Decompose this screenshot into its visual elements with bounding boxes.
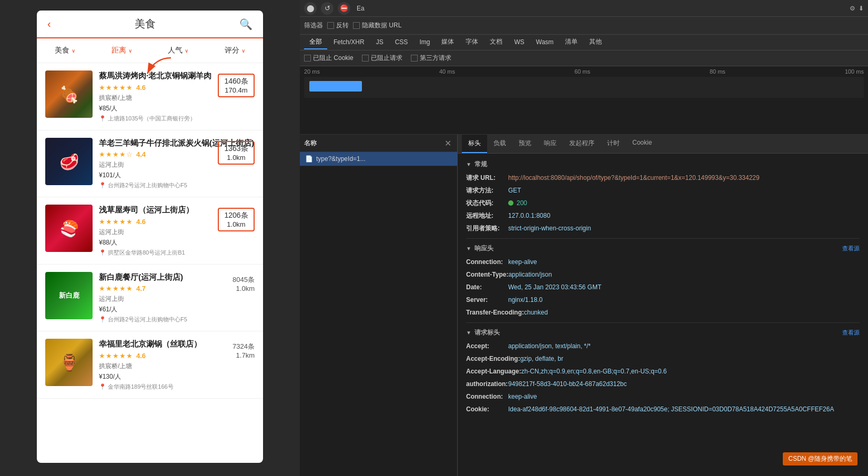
request-header-title-row: 请求标头 查看源 [466, 328, 860, 337]
network-type-tabs: 全部 Fetch/XHR JS CSS Img 媒体 字体 文档 WS Wasm… [300, 35, 868, 50]
filter-distance[interactable]: 距离 ∨ [94, 43, 150, 58]
requests-header: 名称 ✕ [300, 135, 457, 152]
address-5: 📍 金华南路189号丝联166号 [99, 383, 255, 391]
download-icon[interactable]: ⬇ [859, 5, 864, 12]
tab-doc[interactable]: 文档 [485, 35, 508, 49]
stats-count-3: 1206条 [223, 211, 249, 220]
stats-dist-3: 1.0km [223, 220, 249, 228]
detail-tab-response[interactable]: 响应 [538, 135, 563, 153]
request-row-selected[interactable]: 📄 type?&typeId=1... [300, 152, 457, 166]
stats-dist-5: 1.7km [233, 351, 255, 359]
tab-js[interactable]: JS [371, 36, 389, 49]
stars-5: ★★★★★ [99, 352, 133, 360]
restaurant-list: 蔡馬洪涛烤肉·老北京铜锅涮羊肉 ★★★★★ 4.6 拱宸桥/上塘 ¥85/人 📍… [37, 63, 263, 399]
resp-connection-key: Connection: [466, 257, 508, 267]
divider-1 [466, 238, 860, 239]
devtools-main: 名称 ✕ 📄 type?&typeId=1... [300, 135, 868, 476]
settings-icon[interactable]: ⚙ [850, 5, 855, 12]
response-headers-title: 响应头 [466, 244, 493, 253]
remote-row: 远程地址: 127.0.0.1:8080 [466, 211, 860, 220]
tab-css[interactable]: CSS [390, 36, 413, 49]
req-auth-key: authorization: [466, 379, 508, 389]
detail-tab-headers[interactable]: 标头 [462, 135, 487, 153]
filter-section: 筛选器 反转 隐藏数据 URL [300, 17, 868, 35]
block-request-label: 已阻止请求 [371, 54, 402, 63]
hide-data-url-cb[interactable] [353, 22, 360, 29]
detail-tab-initiator[interactable]: 发起程序 [563, 135, 601, 153]
filter-rating[interactable]: 评分 ∨ [207, 43, 264, 58]
detail-tab-timing[interactable]: 计时 [601, 135, 626, 153]
detail-tab-preview[interactable]: 预览 [512, 135, 538, 153]
resp-connection-row: Connection: keep-alive [466, 257, 860, 267]
list-item[interactable]: 幸福里老北京涮锅（丝联店） ★★★★★ 4.6 拱宸桥/上塘 ¥130/人 📍 … [37, 331, 263, 399]
tab-manifest[interactable]: 清单 [560, 35, 583, 49]
filter-food-label: 美食 [55, 46, 69, 55]
third-party-label: 第三方请求 [420, 54, 451, 63]
restaurant-image-3 [45, 205, 93, 252]
hide-data-url-checkbox[interactable]: 隐藏数据 URL [353, 21, 401, 30]
back-icon[interactable]: ‹ [47, 18, 51, 30]
general-section-title: 常规 [466, 160, 860, 169]
price-5: ¥130/人 [99, 372, 255, 381]
divider-2 [466, 322, 860, 323]
tab-fetch-xhr[interactable]: Fetch/XHR [328, 36, 370, 49]
invert-cb[interactable] [327, 22, 334, 29]
requests-panel: 名称 ✕ 📄 type?&typeId=1... [300, 135, 458, 476]
resp-date-value: Wed, 25 Jan 2023 03:43:56 GMT [508, 282, 601, 292]
tab-all[interactable]: 全部 [304, 35, 327, 49]
resp-date-row: Date: Wed, 25 Jan 2023 03:43:56 GMT [466, 282, 860, 292]
tab-img[interactable]: Img [414, 36, 435, 49]
filter-distance-label: 距离 [112, 46, 126, 55]
req-auth-row: authorization: 9498217f-58d3-4010-bb24-6… [466, 379, 860, 389]
devtools-top-label: Ea [357, 5, 365, 12]
tab-wasm[interactable]: Wasm [531, 36, 559, 49]
filter-bar: 美食 ∨ 距离 ∨ 人气 ∨ 评分 ∨ [37, 38, 263, 63]
close-button[interactable]: ✕ [442, 138, 453, 148]
devtools-circle-btn-2[interactable]: ↺ [321, 2, 334, 15]
devtools-circle-btn-3[interactable]: ⛔ [338, 2, 350, 15]
detail-tab-payload[interactable]: 负载 [487, 135, 512, 153]
block-cookie-checkbox[interactable]: 已阻止 Cookie [304, 54, 354, 63]
block-request-cb[interactable] [362, 55, 369, 62]
request-name: type?&typeId=1... [316, 155, 452, 163]
stats-plain-5: 7324条 1.7km [233, 342, 255, 359]
tab-font[interactable]: 字体 [460, 35, 483, 49]
referrer-key: 引用者策略: [466, 224, 508, 233]
list-item[interactable]: 新白鹿餐厅(运河上街店) ★★★★★ 4.7 运河上街 ¥61/人 📍 台州路2… [37, 265, 263, 332]
method-value: GET [508, 186, 521, 195]
search-icon[interactable]: 🔍 [239, 18, 253, 31]
mobile-app: ‹ 美食 🔍 美食 ∨ 距离 ∨ 人气 ∨ 评分 [37, 11, 263, 463]
status-key: 状态代码: [466, 198, 508, 208]
stars-2: ★★★★☆ [99, 150, 133, 158]
resp-content-type-row: Content-Type: application/json [466, 270, 860, 279]
address-1: 📍 上塘路1035号（中国工商银行旁） [99, 115, 255, 123]
invert-checkbox[interactable]: 反转 [327, 21, 349, 30]
tab-ws[interactable]: WS [509, 36, 529, 49]
filter-food[interactable]: 美食 ∨ [37, 43, 94, 58]
rating-num-3: 4.6 [136, 218, 146, 226]
third-party-checkbox[interactable]: 第三方请求 [411, 54, 451, 63]
list-item[interactable]: 浅草屋寿司（运河上街店） ★★★★★ 4.6 运河上街 ¥88/人 📍 拱墅区金… [37, 197, 263, 265]
detail-tab-cookie[interactable]: Cookie [626, 135, 658, 153]
rating-row-5: ★★★★★ 4.6 [99, 352, 255, 360]
tab-media[interactable]: 媒体 [436, 35, 459, 49]
view-source-request[interactable]: 查看源 [842, 329, 860, 337]
location-icon-4: 📍 [99, 316, 106, 323]
invert-label: 反转 [336, 21, 349, 30]
location-icon-1: 📍 [99, 115, 106, 122]
tab-other[interactable]: 其他 [584, 35, 607, 49]
block-request-checkbox[interactable]: 已阻止请求 [362, 54, 402, 63]
request-headers-title: 请求标头 [466, 328, 500, 337]
block-cookie-cb[interactable] [304, 55, 311, 62]
list-item[interactable]: 蔡馬洪涛烤肉·老北京铜锅涮羊肉 ★★★★★ 4.6 拱宸桥/上塘 ¥85/人 📍… [37, 63, 263, 130]
rating-num-2: 4.4 [136, 150, 146, 158]
timeline-40ms: 40 ms [439, 68, 455, 75]
view-source-response[interactable]: 查看源 [842, 245, 860, 252]
devtools-circle-btn-1[interactable]: ⬤ [304, 2, 317, 15]
filter-popularity[interactable]: 人气 ∨ [150, 43, 207, 58]
list-item[interactable]: 羊老三羊蝎子牛仔排北派炭火锅(运河上街店) ★★★★☆ 4.4 运河上街 ¥10… [37, 130, 263, 198]
method-key: 请求方法: [466, 186, 508, 195]
restaurant-image-5 [45, 339, 93, 386]
third-party-cb[interactable] [411, 55, 418, 62]
referrer-value: strict-origin-when-cross-origin [508, 224, 591, 233]
